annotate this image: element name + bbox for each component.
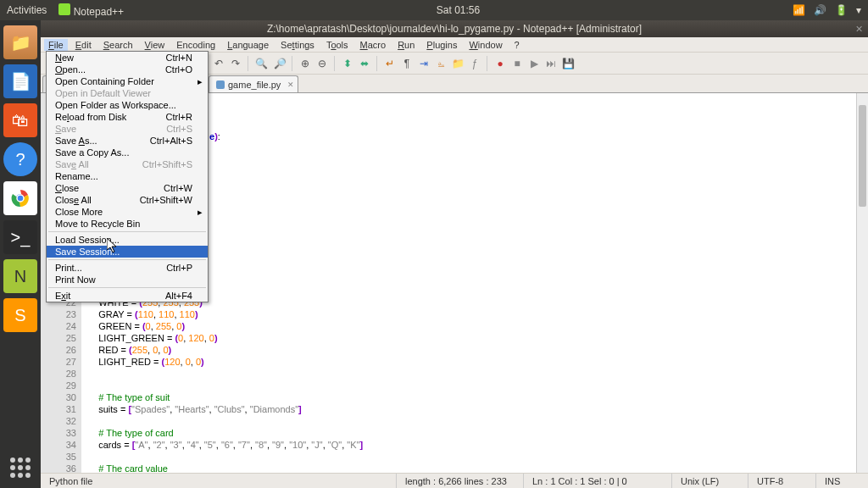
dock-notepadpp-icon[interactable]: N (3, 259, 37, 293)
menu-new[interactable]: NewCtrl+N (47, 52, 208, 64)
toolbar-sync-h-icon[interactable]: ⬌ (356, 55, 373, 72)
menu-recycle[interactable]: Move to Recycle Bin (47, 218, 208, 230)
dock-sublime-icon[interactable]: S (3, 298, 37, 332)
menu-separator (48, 231, 206, 232)
toolbar-indent-icon[interactable]: ⇥ (415, 55, 432, 72)
mouse-cursor-icon (107, 238, 120, 255)
menu-search[interactable]: Search (99, 39, 137, 51)
submenu-arrow-icon: ▸ (198, 207, 203, 218)
battery-icon[interactable]: 🔋 (835, 4, 848, 16)
menu-language[interactable]: Language (223, 39, 273, 51)
scrollbar-vertical[interactable] (856, 93, 868, 473)
status-pos: Ln : 1 Col : 1 Sel : 0 | 0 (524, 474, 672, 488)
menu-open-default: Open in Default Viewer (47, 87, 208, 99)
menu-file[interactable]: File (44, 39, 68, 51)
menu-save-session[interactable]: Save Session... (47, 246, 208, 258)
status-enc: UTF-8 (748, 474, 816, 488)
status-ins: INS (816, 474, 868, 488)
menu-print[interactable]: Print...Ctrl+P (47, 262, 208, 274)
notepadpp-icon (58, 3, 70, 15)
menu-print-now[interactable]: Print Now (47, 274, 208, 286)
toolbar-replace-icon[interactable]: 🔎 (271, 55, 288, 72)
menu-close-more[interactable]: Close More▸ (47, 206, 208, 218)
status-length: length : 6,266 lines : 233 (397, 474, 524, 488)
toolbar-func-icon[interactable]: ƒ (466, 55, 483, 72)
menu-separator (48, 287, 206, 288)
volume-icon[interactable]: 🔊 (814, 4, 826, 16)
toolbar-zoomout-icon[interactable]: ⊖ (314, 55, 331, 72)
close-icon[interactable]: ✕ (855, 24, 863, 35)
statusbar: Python file length : 6,266 lines : 233 L… (41, 473, 868, 488)
status-eol: Unix (LF) (672, 474, 748, 488)
dock-writer-icon[interactable]: 📄 (3, 64, 37, 98)
menu-close[interactable]: CloseCtrl+W (47, 182, 208, 194)
toolbar-find-icon[interactable]: 🔍 (253, 55, 270, 72)
menu-run[interactable]: Run (393, 39, 419, 51)
menu-exit[interactable]: ExitAlt+F4 (47, 290, 208, 302)
menu-separator (48, 259, 206, 260)
dock-chrome-icon[interactable] (3, 181, 37, 215)
menu-encoding[interactable]: Encoding (172, 39, 220, 51)
toolbar-sync-v-icon[interactable]: ⬍ (339, 55, 356, 72)
toolbar-stop-icon[interactable]: ■ (509, 55, 526, 72)
menu-rename[interactable]: Rename... (47, 170, 208, 182)
submenu-arrow-icon: ▸ (198, 76, 203, 87)
tab-game-file[interactable]: game_file.py✕ (209, 75, 298, 92)
menu-tools[interactable]: Tools (322, 39, 353, 51)
menu-reload[interactable]: Reload from DiskCtrl+R (47, 111, 208, 123)
file-icon (216, 80, 225, 89)
menu-open[interactable]: Open...Ctrl+O (47, 64, 208, 75)
menu-open-containing[interactable]: Open Containing Folder▸ (47, 75, 208, 87)
toolbar-new-icon[interactable]: ↶ (210, 55, 227, 72)
toolbar-zoomin-icon[interactable]: ⊕ (297, 55, 314, 72)
gnome-top-bar: Activities Notepad++ Sat 01:56 📶 🔊 🔋 ▾ (0, 0, 868, 20)
toolbar-wrap-icon[interactable]: ↵ (381, 55, 398, 72)
power-icon[interactable]: ▾ (856, 4, 861, 16)
activities-button[interactable]: Activities (7, 4, 47, 16)
svg-point-2 (17, 195, 24, 202)
toolbar-playmulti-icon[interactable]: ⏭ (542, 55, 559, 72)
app-indicator[interactable]: Notepad++ (58, 3, 124, 18)
menu-save: SaveCtrl+S (47, 123, 208, 135)
menu-help[interactable]: ? (510, 39, 524, 51)
menu-open-workspace[interactable]: Open Folder as Workspace... (47, 99, 208, 111)
menu-save-all: Save AllCtrl+Shift+S (47, 158, 208, 170)
status-lang: Python file (41, 474, 397, 488)
dock-apps-icon[interactable] (10, 458, 31, 478)
dock: 📁 📄 🛍 ? >_ N S (0, 20, 41, 488)
menu-save-copy[interactable]: Save a Copy As... (47, 147, 208, 158)
menu-close-all[interactable]: Close AllCtrl+Shift+W (47, 194, 208, 206)
dock-files-icon[interactable]: 📁 (3, 25, 37, 59)
menu-settings[interactable]: Settings (276, 39, 319, 51)
menu-macro[interactable]: Macro (356, 39, 391, 51)
menu-plugins[interactable]: Plugins (422, 39, 461, 51)
toolbar-record-icon[interactable]: ● (492, 55, 509, 72)
titlebar: Z:\home\apratash\Desktop\journaldev\hi-l… (41, 20, 868, 37)
menu-load-session[interactable]: Load Session... (47, 234, 208, 246)
toolbar-play-icon[interactable]: ▶ (526, 55, 542, 72)
window-title: Z:\home\apratash\Desktop\journaldev\hi-l… (267, 23, 642, 35)
menu-window[interactable]: Window (465, 39, 506, 51)
toolbar-redo-icon[interactable]: ↷ (227, 55, 244, 72)
toolbar-allchars-icon[interactable]: ¶ (398, 55, 415, 72)
dock-help-icon[interactable]: ? (3, 142, 37, 176)
clock[interactable]: Sat 01:56 (437, 4, 480, 16)
close-tab-icon[interactable]: ✕ (287, 80, 294, 89)
toolbar-userlang-icon[interactable]: ⎁ (432, 55, 449, 72)
scrollbar-thumb[interactable] (859, 105, 866, 207)
menu-edit[interactable]: Edit (71, 39, 96, 51)
menu-save-as[interactable]: Save As...Ctrl+Alt+S (47, 135, 208, 147)
file-menu-dropdown: NewCtrl+N Open...Ctrl+O Open Containing … (46, 51, 209, 302)
toolbar-folder-icon[interactable]: 📁 (449, 55, 466, 72)
menu-view[interactable]: View (141, 39, 170, 51)
dock-terminal-icon[interactable]: >_ (3, 220, 37, 254)
dock-software-icon[interactable]: 🛍 (3, 103, 37, 137)
network-icon[interactable]: 📶 (793, 4, 805, 16)
toolbar-save-macro-icon[interactable]: 💾 (559, 55, 576, 72)
